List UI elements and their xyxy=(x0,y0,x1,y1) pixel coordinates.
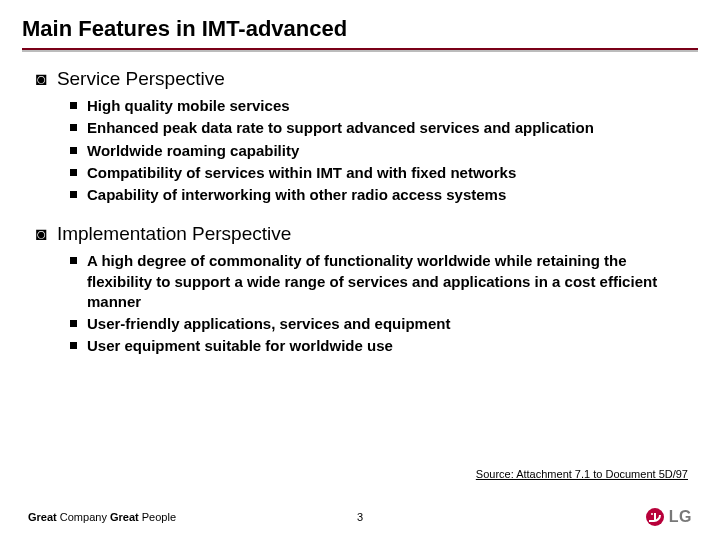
bullet-list: A high degree of commonality of function… xyxy=(36,251,684,356)
square-bullet-icon xyxy=(70,147,77,154)
square-bullet-icon xyxy=(70,191,77,198)
footer: Great Company Great People 3 LG xyxy=(0,508,720,526)
item-text: Worldwide roaming capability xyxy=(87,141,299,161)
section-header: ◙ Implementation Perspective xyxy=(36,223,684,245)
section-header: ◙ Service Perspective xyxy=(36,68,684,90)
item-text: User equipment suitable for worldwide us… xyxy=(87,336,393,356)
slide-title: Main Features in IMT-advanced xyxy=(0,0,720,48)
tagline-plain: People xyxy=(139,511,176,523)
content-area: ◙ Service Perspective High quality mobil… xyxy=(0,52,720,357)
item-text: A high degree of commonality of function… xyxy=(87,251,684,312)
list-item: Enhanced peak data rate to support advan… xyxy=(70,118,684,138)
square-bullet-icon xyxy=(70,320,77,327)
tagline-plain: Company xyxy=(57,511,110,523)
tagline-bold: Great xyxy=(28,511,57,523)
lg-face-icon xyxy=(646,508,664,526)
tagline-bold: Great xyxy=(110,511,139,523)
item-text: Enhanced peak data rate to support advan… xyxy=(87,118,594,138)
item-text: User-friendly applications, services and… xyxy=(87,314,450,334)
item-text: Capability of interworking with other ra… xyxy=(87,185,506,205)
list-item: Compatibility of services within IMT and… xyxy=(70,163,684,183)
square-bullet-icon xyxy=(70,102,77,109)
section-implementation: ◙ Implementation Perspective A high degr… xyxy=(36,223,684,356)
fisheye-bullet-icon: ◙ xyxy=(36,224,47,246)
slide: Main Features in IMT-advanced ◙ Service … xyxy=(0,0,720,540)
source-citation: Source: Attachment 7.1 to Document 5D/97 xyxy=(476,468,688,480)
square-bullet-icon xyxy=(70,124,77,131)
square-bullet-icon xyxy=(70,257,77,264)
list-item: Capability of interworking with other ra… xyxy=(70,185,684,205)
list-item: High quality mobile services xyxy=(70,96,684,116)
section-heading: Service Perspective xyxy=(57,68,225,90)
footer-tagline: Great Company Great People xyxy=(28,511,176,523)
bullet-list: High quality mobile services Enhanced pe… xyxy=(36,96,684,205)
page-number: 3 xyxy=(357,511,363,523)
lg-logo: LG xyxy=(646,508,692,526)
list-item: Worldwide roaming capability xyxy=(70,141,684,161)
item-text: High quality mobile services xyxy=(87,96,290,116)
list-item: User-friendly applications, services and… xyxy=(70,314,684,334)
section-service: ◙ Service Perspective High quality mobil… xyxy=(36,68,684,205)
lg-logo-text: LG xyxy=(669,508,692,526)
section-heading: Implementation Perspective xyxy=(57,223,291,245)
item-text: Compatibility of services within IMT and… xyxy=(87,163,516,183)
list-item: A high degree of commonality of function… xyxy=(70,251,684,312)
list-item: User equipment suitable for worldwide us… xyxy=(70,336,684,356)
square-bullet-icon xyxy=(70,342,77,349)
fisheye-bullet-icon: ◙ xyxy=(36,69,47,91)
square-bullet-icon xyxy=(70,169,77,176)
